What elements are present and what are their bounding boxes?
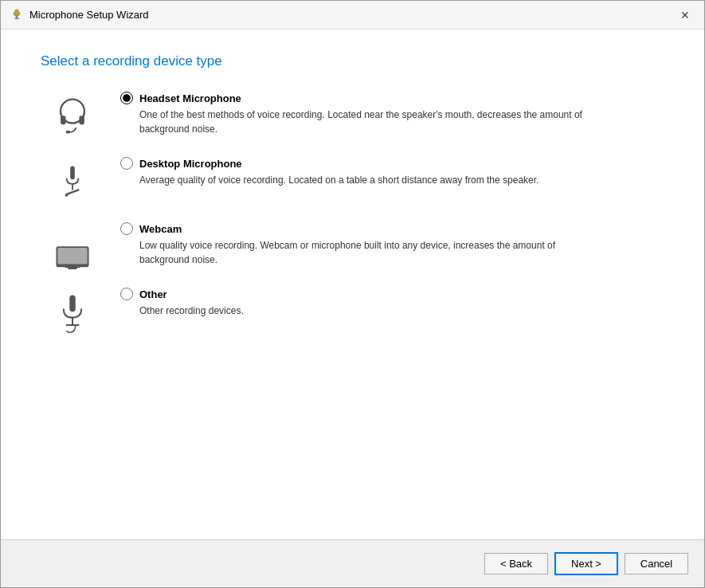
webcam-option-text: Webcam Low quality voice recording. Webc… xyxy=(120,222,664,267)
desktop-label: Desktop Microphone xyxy=(139,158,242,170)
svg-point-10 xyxy=(65,194,69,197)
svg-point-6 xyxy=(66,131,71,134)
headset-radio[interactable] xyxy=(120,92,133,104)
desktop-description: Average quality of voice recording. Loca… xyxy=(139,173,601,187)
cancel-button[interactable]: Cancel xyxy=(625,553,688,574)
option-webcam: Webcam Low quality voice recording. Webc… xyxy=(41,222,664,270)
window-title: Microphone Setup Wizard xyxy=(29,9,149,21)
back-button[interactable]: < Back xyxy=(484,553,548,574)
webcam-label-row: Webcam xyxy=(120,222,664,235)
svg-rect-5 xyxy=(79,116,84,124)
option-other: Other Other recording devices. xyxy=(41,288,664,335)
svg-rect-12 xyxy=(57,248,87,265)
footer: < Back Next > Cancel xyxy=(1,539,704,587)
other-label-row: Other xyxy=(120,288,664,300)
headset-icon xyxy=(50,95,95,139)
other-label: Other xyxy=(139,288,167,300)
headset-label-row: Headset Microphone xyxy=(120,92,664,104)
option-desktop: Desktop Microphone Average quality of vo… xyxy=(41,157,664,205)
desktop-option-text: Desktop Microphone Average quality of vo… xyxy=(120,157,664,187)
svg-rect-4 xyxy=(61,116,66,124)
page-title: Select a recording device type xyxy=(41,53,664,69)
main-content: Select a recording device type xyxy=(1,29,704,539)
other-description: Other recording devices. xyxy=(139,304,601,318)
desktop-radio[interactable] xyxy=(120,157,133,170)
desktop-label-row: Desktop Microphone xyxy=(120,157,664,170)
headset-icon-area xyxy=(41,92,104,139)
other-mic-icon-area xyxy=(41,288,104,335)
wizard-window: Microphone Setup Wizard ✕ Select a recor… xyxy=(0,0,705,588)
desktop-mic-icon-area xyxy=(41,157,104,205)
webcam-radio[interactable] xyxy=(120,222,133,235)
other-option-text: Other Other recording devices. xyxy=(120,288,664,318)
option-headset: Headset Microphone One of the best metho… xyxy=(41,92,664,139)
svg-line-9 xyxy=(67,190,79,194)
webcam-icon-area xyxy=(41,222,104,270)
webcam-description: Low quality voice recording. Webcam or m… xyxy=(139,238,601,267)
webcam-label: Webcam xyxy=(139,223,182,235)
headset-option-text: Headset Microphone One of the best metho… xyxy=(120,92,664,136)
svg-rect-15 xyxy=(69,296,75,312)
headset-description: One of the best methods of voice recordi… xyxy=(139,108,601,136)
close-button[interactable]: ✕ xyxy=(676,6,695,25)
other-radio[interactable] xyxy=(120,288,133,300)
headset-label: Headset Microphone xyxy=(139,92,241,104)
next-button[interactable]: Next > xyxy=(554,552,618,575)
options-list: Headset Microphone One of the best metho… xyxy=(41,92,664,335)
microphone-wizard-icon xyxy=(10,9,23,22)
title-bar: Microphone Setup Wizard ✕ xyxy=(1,1,704,29)
webcam-icon xyxy=(50,225,95,270)
svg-point-0 xyxy=(14,10,19,16)
other-mic-icon xyxy=(50,291,95,335)
svg-rect-14 xyxy=(68,267,76,269)
svg-rect-7 xyxy=(70,166,75,179)
desktop-mic-icon xyxy=(50,160,95,205)
title-bar-left: Microphone Setup Wizard xyxy=(10,9,149,22)
svg-rect-2 xyxy=(14,18,19,19)
